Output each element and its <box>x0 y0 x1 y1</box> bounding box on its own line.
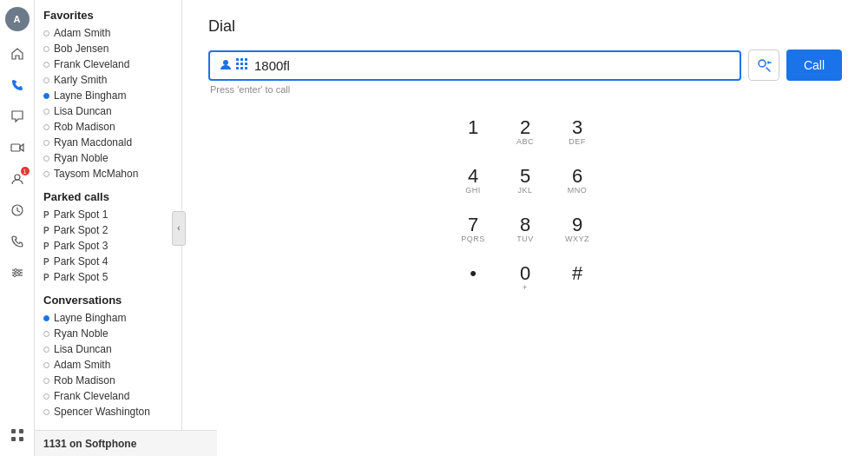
sidebar-parked-item[interactable]: PPark Spot 4 <box>35 254 181 269</box>
keypad-key-0[interactable]: 0+ <box>499 254 551 303</box>
key-number: # <box>572 264 582 283</box>
avatar[interactable]: A <box>5 7 30 31</box>
keypad-icon <box>235 57 249 74</box>
svg-rect-19 <box>245 63 247 65</box>
sidebar-conversation-item[interactable]: Rob Madison <box>35 373 181 388</box>
sidebar-favorite-item[interactable]: Taysom McMahon <box>35 166 181 182</box>
sidebar-parked-item[interactable]: PPark Spot 3 <box>35 238 181 254</box>
sidebar-favorite-item[interactable]: Rob Madison <box>35 119 181 135</box>
svg-point-1 <box>15 175 20 180</box>
sidebar-favorite-item[interactable]: Ryan Macdonald <box>35 135 181 150</box>
nav-contacts-icon[interactable]: 1 <box>3 165 31 193</box>
sidebar-favorite-item[interactable]: Ryan Noble <box>35 150 181 166</box>
sidebar-favorite-item[interactable]: Lisa Duncan <box>35 103 181 119</box>
keypad-key-2[interactable]: 2ABC <box>499 109 551 157</box>
contact-icon <box>219 57 233 74</box>
nav-call2-icon[interactable] <box>3 228 31 255</box>
presence-dot <box>43 347 49 353</box>
keypad-key-dot[interactable]: • <box>447 254 499 303</box>
keypad-key-7[interactable]: 7PQRS <box>447 206 499 254</box>
nav-video-icon[interactable] <box>3 134 31 162</box>
sidebar-conversation-item[interactable]: Spencer Washington <box>35 404 181 420</box>
page-title: Dial <box>208 17 842 36</box>
sidebar-conversation-item[interactable]: Ryan Noble <box>35 326 181 341</box>
key-number: 0 <box>520 264 530 283</box>
sidebar-item-label: Adam Smith <box>54 359 110 371</box>
key-sub-label: TUV <box>516 235 534 245</box>
park-marker: P <box>43 257 49 267</box>
call-button[interactable]: Call <box>786 50 842 81</box>
key-number: 2 <box>520 118 530 137</box>
sidebar-item-label: Park Spot 1 <box>54 208 108 221</box>
sidebar-parked-item[interactable]: PPark Spot 2 <box>35 222 181 238</box>
presence-dot <box>43 378 49 384</box>
presence-dot <box>43 315 49 321</box>
sidebar-conversation-item[interactable]: Frank Cleveland <box>35 388 181 404</box>
svg-point-8 <box>13 274 16 277</box>
sidebar-favorite-item[interactable]: Frank Cleveland <box>35 56 181 72</box>
sidebar-conversation-item[interactable]: Layne Bingham <box>35 310 181 326</box>
nav-grid-icon[interactable] <box>3 421 31 449</box>
key-number: 9 <box>572 215 582 235</box>
icon-bar: A 1 <box>0 0 35 456</box>
press-enter-hint: Press 'enter' to call <box>210 84 842 95</box>
svg-rect-16 <box>245 58 247 61</box>
sidebar-item-label: Park Spot 3 <box>54 240 108 252</box>
key-sub-label: DEF <box>569 138 586 148</box>
parked-calls-title: Parked calls <box>35 182 181 207</box>
svg-rect-18 <box>240 63 243 65</box>
sidebar-favorite-item[interactable]: Bob Jensen <box>35 41 181 56</box>
sidebar-item-label: Rob Madison <box>54 121 115 133</box>
presence-dot <box>43 331 49 337</box>
sidebar-item-label: Ryan Noble <box>54 152 108 164</box>
nav-home-icon[interactable] <box>3 40 31 68</box>
sidebar-parked-item[interactable]: PPark Spot 1 <box>35 207 181 222</box>
dial-input-icons <box>219 57 249 74</box>
sidebar-favorite-item[interactable]: Layne Bingham <box>35 88 181 103</box>
svg-rect-22 <box>245 67 247 69</box>
nav-chat-icon[interactable] <box>3 102 31 130</box>
key-number: 7 <box>468 215 478 235</box>
keypad-key-hash[interactable]: # <box>551 254 603 303</box>
key-number: 1 <box>468 118 478 137</box>
keypad-key-1[interactable]: 1 <box>447 109 499 157</box>
add-contact-button[interactable] <box>748 50 779 81</box>
dial-input[interactable] <box>254 58 731 73</box>
sidebar: Favorites Adam SmithBob JensenFrank Clev… <box>35 0 182 456</box>
svg-rect-9 <box>11 429 16 433</box>
sidebar-item-label: Adam Smith <box>54 27 110 39</box>
presence-dot <box>43 30 49 36</box>
sidebar-conversation-item[interactable]: Adam Smith <box>35 357 181 373</box>
park-marker: P <box>43 241 49 251</box>
sidebar-favorite-item[interactable]: Karly Smith <box>35 72 181 88</box>
conversations-title: Conversations <box>35 285 181 310</box>
keypad-key-3[interactable]: 3DEF <box>551 109 603 157</box>
key-sub-label: + <box>523 284 528 294</box>
keypad-key-6[interactable]: 6MNO <box>551 157 603 206</box>
nav-eq-icon[interactable] <box>3 259 31 287</box>
keypad-key-4[interactable]: 4GHI <box>447 157 499 206</box>
nav-phone-icon[interactable] <box>3 71 31 99</box>
keypad-key-5[interactable]: 5JKL <box>499 157 551 206</box>
sidebar-favorite-item[interactable]: Adam Smith <box>35 25 181 41</box>
key-number: 3 <box>572 118 582 137</box>
collapse-button[interactable]: ‹ <box>172 211 186 246</box>
svg-rect-21 <box>240 67 243 69</box>
presence-dot <box>43 171 49 177</box>
sidebar-conversation-item[interactable]: Lisa Duncan <box>35 341 181 357</box>
sidebar-item-label: Park Spot 4 <box>54 255 108 268</box>
sidebar-item-label: Karly Smith <box>54 74 107 86</box>
svg-rect-11 <box>11 437 16 441</box>
presence-dot <box>43 393 49 400</box>
sidebar-parked-item[interactable]: PPark Spot 5 <box>35 269 181 285</box>
nav-history-icon[interactable] <box>3 196 31 224</box>
keypad-key-8[interactable]: 8TUV <box>499 206 551 254</box>
sidebar-item-label: Frank Cleveland <box>54 58 129 70</box>
svg-rect-20 <box>236 67 239 69</box>
dial-input-row: Call <box>208 50 842 81</box>
presence-dot <box>43 409 49 415</box>
svg-point-13 <box>223 60 228 65</box>
keypad-key-9[interactable]: 9WXYZ <box>551 206 603 254</box>
key-sub-label: PQRS <box>461 235 485 245</box>
sidebar-item-label: Ryan Noble <box>54 327 108 340</box>
